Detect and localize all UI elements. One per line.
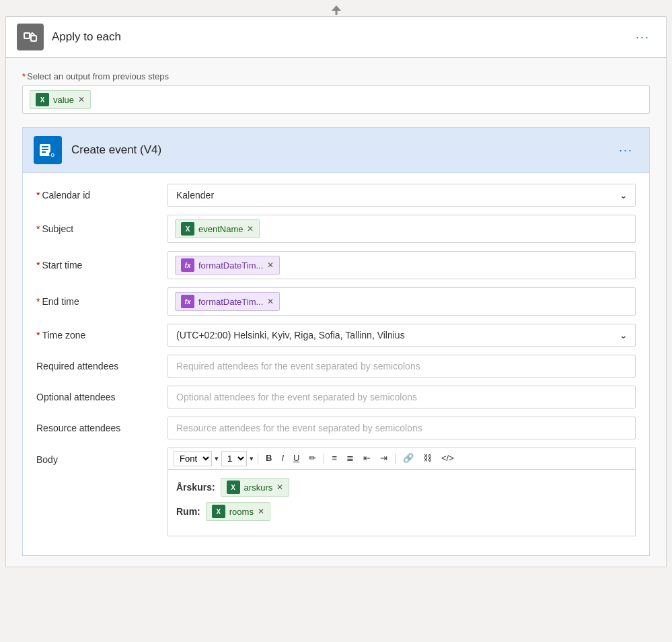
formula-icon-end: fx [181, 295, 194, 308]
calendar-id-control: Kalender ⌄ [167, 184, 636, 207]
formula-icon-start: fx [181, 258, 194, 272]
body-line-rum: Rum: X rooms ✕ [176, 502, 627, 521]
svg-rect-7 [42, 151, 46, 153]
apply-to-each-header: Apply to each ··· [5, 16, 667, 58]
select-output-section: *Select an output from previous steps X … [22, 71, 650, 114]
body-editor[interactable]: Årskurs: X arskurs ✕ Rum: X [167, 469, 636, 536]
body-toolbar: Font ▾ 12 ▾ B I U ✏ ≡ ≣ [167, 448, 636, 469]
body-line-arskurs: Årskurs: X arskurs ✕ [176, 478, 627, 497]
end-time-control: fx formatDateTim... ✕ [167, 287, 636, 316]
start-time-label: *Start time [36, 260, 167, 271]
arskurs-token: X arskurs ✕ [221, 478, 290, 497]
font-select[interactable]: Font [174, 451, 212, 466]
apply-to-each-title: Apply to each [52, 30, 630, 44]
time-zone-dropdown[interactable]: (UTC+02:00) Helsinki, Kyiv, Riga, Sofia,… [167, 324, 636, 347]
rooms-token: X rooms ✕ [206, 502, 270, 521]
required-attendees-label: Required attendees [36, 361, 167, 371]
svg-rect-1 [335, 10, 337, 15]
create-event-form: *Calendar id Kalender ⌄ *Subject [23, 173, 649, 555]
excel-icon-subject: X [181, 222, 194, 236]
end-time-label: *End time [36, 296, 167, 307]
list-bullet-button[interactable]: ≡ [328, 451, 340, 466]
start-time-token: fx formatDateTim... ✕ [175, 256, 280, 275]
toolbar-size-chevron: ▾ [250, 454, 254, 463]
optional-attendees-control [167, 386, 636, 408]
toolbar-sep-1 [258, 454, 258, 464]
svg-marker-0 [332, 5, 341, 11]
optional-attendees-row: Optional attendees [36, 386, 636, 408]
time-zone-label: *Time zone [36, 330, 167, 341]
pen-button[interactable]: ✏ [305, 451, 320, 466]
calendar-id-row: *Calendar id Kalender ⌄ [36, 184, 636, 207]
svg-rect-3 [31, 36, 36, 41]
outlook-icon: O [34, 136, 62, 164]
bold-button[interactable]: B [262, 451, 275, 466]
event-name-token-close[interactable]: ✕ [247, 225, 254, 233]
start-time-control: fx formatDateTim... ✕ [167, 251, 636, 279]
subject-input[interactable]: X eventName ✕ [167, 215, 636, 243]
apply-to-each-body: *Select an output from previous steps X … [5, 58, 667, 567]
apply-to-each-menu-button[interactable]: ··· [630, 28, 655, 47]
create-event-block: O Create event (V4) ··· *Calendar id Kal… [22, 127, 650, 556]
rum-prefix: Rum: [176, 506, 200, 517]
italic-button[interactable]: I [278, 451, 287, 466]
body-row: Body Font ▾ 12 ▾ B I [36, 448, 636, 536]
start-time-input[interactable]: fx formatDateTim... ✕ [167, 251, 636, 279]
start-time-row: *Start time fx formatDateTim... ✕ [36, 251, 636, 279]
event-name-token: X eventName ✕ [175, 219, 260, 238]
end-time-row: *End time fx formatDateTim... ✕ [36, 287, 636, 316]
start-time-token-close[interactable]: ✕ [267, 261, 274, 269]
arskurs-prefix: Årskurs: [176, 482, 215, 493]
value-token: X value ✕ [30, 90, 91, 109]
svg-rect-2 [24, 33, 30, 38]
top-connector-arrow [0, 0, 672, 16]
subject-label: *Subject [36, 223, 167, 234]
list-num-button[interactable]: ≣ [343, 451, 357, 466]
end-time-token-close[interactable]: ✕ [267, 297, 274, 306]
svg-text:O: O [51, 153, 55, 157]
required-star: * [22, 71, 26, 81]
indent-dec-button[interactable]: ⇤ [360, 451, 374, 466]
toolbar-sep-3 [395, 454, 396, 464]
optional-attendees-label: Optional attendees [36, 392, 167, 402]
end-time-token: fx formatDateTim... ✕ [175, 292, 280, 311]
body-label: Body [36, 448, 167, 465]
required-attendees-row: Required attendees [36, 355, 636, 378]
create-event-menu-button[interactable]: ··· [613, 141, 638, 160]
resource-attendees-row: Resource attendees [36, 417, 636, 439]
indent-inc-button[interactable]: ⇥ [377, 451, 391, 466]
optional-attendees-input[interactable] [167, 386, 636, 408]
font-size-select[interactable]: 12 [221, 451, 247, 466]
code-button[interactable]: </> [438, 451, 457, 466]
resource-attendees-input[interactable] [167, 417, 636, 439]
svg-rect-5 [42, 146, 48, 147]
time-zone-control: (UTC+02:00) Helsinki, Kyiv, Riga, Sofia,… [167, 324, 636, 347]
select-output-input[interactable]: X value ✕ [22, 85, 650, 114]
value-token-close[interactable]: ✕ [78, 96, 85, 104]
unlink-button[interactable]: ⛓ [420, 451, 435, 466]
subject-row: *Subject X eventName ✕ [36, 215, 636, 243]
excel-icon-rooms: X [212, 505, 225, 518]
subject-control: X eventName ✕ [167, 215, 636, 243]
create-event-header: O Create event (V4) ··· [23, 128, 649, 173]
required-attendees-input[interactable] [167, 355, 636, 378]
svg-rect-6 [42, 149, 48, 150]
resource-attendees-control [167, 417, 636, 439]
end-time-input[interactable]: fx formatDateTim... ✕ [167, 287, 636, 316]
toolbar-sep-2 [324, 454, 324, 464]
excel-icon: X [36, 93, 49, 106]
required-attendees-control [167, 355, 636, 378]
create-event-title: Create event (V4) [71, 143, 613, 157]
loop-icon [17, 24, 44, 50]
calendar-id-label: *Calendar id [36, 190, 167, 201]
link-button[interactable]: 🔗 [400, 451, 417, 466]
select-output-label: *Select an output from previous steps [22, 71, 650, 81]
excel-icon-arskurs: X [227, 480, 240, 494]
toolbar-font-chevron: ▾ [215, 454, 219, 463]
rooms-token-close[interactable]: ✕ [258, 507, 264, 515]
time-zone-row: *Time zone (UTC+02:00) Helsinki, Kyiv, R… [36, 324, 636, 347]
arskurs-token-close[interactable]: ✕ [276, 483, 283, 491]
underline-button[interactable]: U [290, 451, 303, 466]
body-control: Font ▾ 12 ▾ B I U ✏ ≡ ≣ [167, 448, 636, 536]
calendar-id-dropdown[interactable]: Kalender [167, 184, 636, 207]
